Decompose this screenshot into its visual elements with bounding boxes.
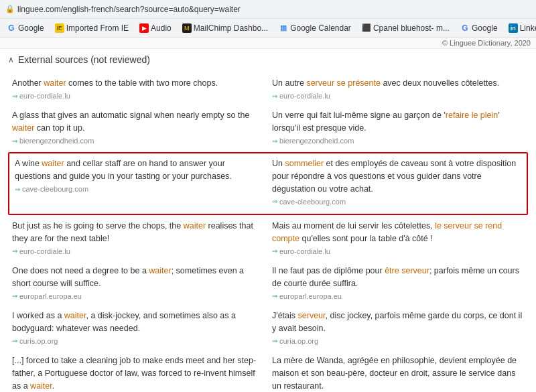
section-header: ∧ External sources (not reviewed) (8, 54, 528, 68)
gcal-icon: ▦ (279, 23, 288, 33)
google-icon: G (7, 23, 16, 33)
bookmark-google2[interactable]: G Google (458, 22, 500, 34)
youtube-icon: ▶ (139, 23, 149, 33)
bookmark-linkedin[interactable]: in LinkedIn (506, 22, 536, 34)
source-cell: But just as he is going to serve the cho… (8, 217, 268, 261)
bookmark-linkedin-label: LinkedIn (520, 23, 536, 33)
source-cell: [...] forced to take a cleaning job to m… (8, 352, 268, 392)
source-site[interactable]: ⇒ bierengezondheid.com (12, 135, 261, 147)
table-row: But just as he is going to serve the cho… (8, 217, 528, 261)
copyright-bar: © Linguee Dictionary, 2020 (0, 38, 536, 49)
target-cell: Il ne faut pas de diplôme pour être serv… (268, 262, 528, 306)
source-site[interactable]: ⇒ curis.op.org (12, 336, 261, 347)
translation-rows: Another waiter comes to the table with t… (8, 74, 528, 392)
target-site[interactable]: ⇒ bierengezondheid.com (272, 135, 524, 147)
bookmark-mailchimp-label: MailChimp Dashbo... (194, 23, 268, 33)
bookmark-ie-label: Imported From IE (66, 23, 129, 33)
table-row: I worked as a waiter, a disk-jockey, and… (8, 307, 528, 350)
source-site[interactable]: ⇒ cave-cleebourg.com (15, 184, 261, 195)
red-border-row-3: A wine waiter and cellar staff are on ha… (8, 152, 528, 215)
bookmark-google[interactable]: G Google (4, 22, 47, 34)
table-row: One does not need a degree to be a waite… (8, 262, 528, 306)
bookmark-cpanel-label: Cpanel bluehost- m... (373, 23, 450, 33)
target-cell: J'étais serveur, disc jockey, parfois mê… (268, 307, 528, 350)
bookmark-google-label: Google (18, 23, 44, 33)
bookmark-gcal[interactable]: ▦ Google Calendar (276, 22, 354, 34)
collapse-chevron[interactable]: ∧ (8, 55, 14, 64)
target-site[interactable]: ⇒ euro-cordiale.lu (272, 90, 524, 102)
source-cell: A wine waiter and cellar staff are on ha… (11, 155, 268, 211)
bookmark-cpanel[interactable]: ⬛ Cpanel bluehost- m... (359, 22, 452, 34)
target-cell: Mais au moment de lui servir les côtelet… (268, 217, 528, 261)
bookmark-gcal-label: Google Calendar (290, 23, 351, 33)
bookmarks-bar: G Google IE Imported From IE ▶ Audio M M… (0, 19, 536, 38)
bookmark-audio-label: Audio (151, 23, 172, 33)
target-site[interactable]: ⇒ curia.op.org (272, 336, 524, 347)
ie-icon: IE (55, 23, 64, 33)
linkedin-icon: in (509, 23, 518, 33)
section-title: External sources (not reviewed) (18, 54, 150, 65)
source-cell: I worked as a waiter, a disk-jockey, and… (8, 307, 268, 350)
target-cell: Un autre serveur se présente avec deux n… (268, 74, 528, 105)
source-site[interactable]: ⇒ euro-cordiale.lu (12, 246, 261, 257)
bookmark-google2-label: Google (472, 23, 498, 33)
target-cell: Un sommelier et des employés de caveau s… (268, 155, 525, 211)
url-text: linguee.com/english-french/search?source… (17, 5, 241, 14)
mailchimp-icon: M (182, 23, 192, 33)
target-site[interactable]: ⇒ cave-cleebourg.com (272, 196, 521, 208)
target-cell: La mère de Wanda, agrégée en philosophie… (268, 352, 528, 392)
target-cell: Un verre qui fait lui-même signe au garç… (268, 107, 528, 150)
bookmark-mailchimp[interactable]: M MailChimp Dashbo... (180, 22, 271, 34)
target-site[interactable]: ⇒ euro-cordiale.lu (272, 246, 524, 257)
copyright-text: © Linguee Dictionary, 2020 (442, 39, 531, 47)
source-site[interactable]: ⇒ euro-cordiale.lu (12, 90, 261, 102)
table-row: A glass that gives an automatic signal w… (8, 107, 528, 150)
lock-icon: 🔒 (5, 5, 15, 13)
address-bar[interactable]: 🔒 linguee.com/english-french/search?sour… (0, 0, 536, 19)
bookmark-audio[interactable]: ▶ Audio (137, 22, 174, 34)
table-row: Another waiter comes to the table with t… (8, 74, 528, 105)
source-site[interactable]: ⇒ europarl.europa.eu (12, 291, 261, 302)
source-cell: One does not need a degree to be a waite… (8, 262, 268, 306)
source-cell: Another waiter comes to the table with t… (8, 74, 268, 105)
main-content: ∧ External sources (not reviewed) Anothe… (0, 49, 536, 392)
cpanel-icon: ⬛ (362, 23, 371, 33)
target-site[interactable]: ⇒ europarl.europa.eu (272, 291, 524, 302)
google2-icon: G (460, 23, 470, 33)
table-row: [...] forced to take a cleaning job to m… (8, 352, 528, 392)
source-cell: A glass that gives an automatic signal w… (8, 107, 268, 150)
bookmark-imported-ie[interactable]: IE Imported From IE (52, 22, 131, 34)
table-row: A wine waiter and cellar staff are on ha… (11, 155, 525, 211)
